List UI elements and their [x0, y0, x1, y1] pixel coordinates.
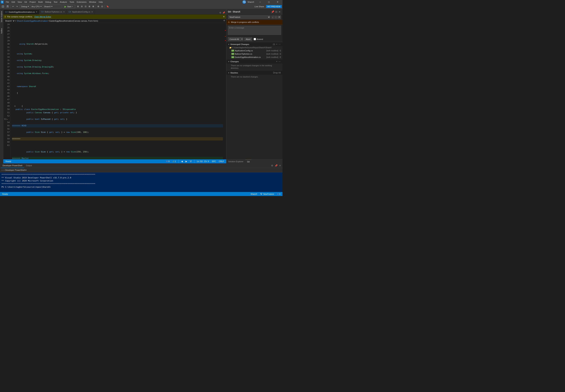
stashes-section-header[interactable]: ▼ Stashes Drop All: [226, 71, 282, 75]
project-breadcrumb[interactable]: ShareX: [4, 20, 15, 22]
toolbar-extra-7[interactable]: ⊡: [100, 4, 104, 9]
breadcrumb-add-btn[interactable]: [223, 19, 226, 22]
warning-close[interactable]: ✕: [223, 15, 225, 18]
toolbar-extra-5[interactable]: ⊠: [91, 4, 95, 9]
toolbar-extra-4[interactable]: ⊞: [88, 4, 91, 9]
menu-help[interactable]: Help: [98, 0, 104, 4]
menu-extensions[interactable]: Extensions: [76, 0, 88, 4]
footer-tab-solution-explorer[interactable]: Solution Explorer: [226, 159, 245, 164]
breadcrumb-file[interactable]: ShareX.EasterEggAboutAnimation: [17, 20, 48, 22]
git-close-btn[interactable]: ✕: [278, 10, 281, 14]
redo-btn[interactable]: ↪: [15, 4, 19, 9]
git-message-input[interactable]: [228, 26, 281, 35]
toolbar-extra-3[interactable]: ⊡: [84, 4, 87, 9]
nav-back[interactable]: ◀: [181, 160, 183, 163]
new-project-btn[interactable]: [1, 4, 5, 9]
ps-header-title[interactable]: + Developer PowerShell ▾: [3, 169, 27, 171]
toolbar-extra-1[interactable]: ⊞: [76, 4, 80, 9]
config-dropdown[interactable]: Debug ▾: [20, 4, 30, 9]
menu-window[interactable]: Window: [88, 0, 97, 4]
git-pin-btn[interactable]: 📌: [271, 10, 274, 14]
int-preview-btn[interactable]: INT PREVIEW: [266, 5, 282, 8]
save-btn[interactable]: [5, 4, 10, 9]
status-errors[interactable]: ✕ 9: [165, 160, 170, 163]
platform-dropdown[interactable]: Any CPU ▾: [30, 4, 42, 9]
tab-balloon-tip[interactable]: C# BalloonTipAction.cs ✕: [39, 9, 67, 14]
restore-btn[interactable]: ◻: [265, 0, 273, 4]
cursor-pos[interactable]: Ln: 53 Ch: 9: [196, 160, 210, 162]
bottom-panel-close-btn[interactable]: ✕: [278, 164, 282, 167]
file-balloon-tip[interactable]: C# BalloonTipAction.cs [both modified] C: [226, 52, 282, 56]
repo-path-item: 📁 C:\Users\tagherfa\Source\Repos\ShareX\…: [226, 46, 282, 49]
user-avatar[interactable]: TG: [242, 0, 246, 4]
abort-btn[interactable]: Abort: [244, 37, 252, 41]
tab-easter-egg[interactable]: C# EasterEggAboutAnimation.cs ✕: [3, 9, 39, 14]
git-fetch-btn[interactable]: ↓: [271, 15, 274, 19]
changes-section-header[interactable]: ▼ Changes + ⋯: [226, 59, 282, 64]
menu-git[interactable]: Git: [23, 0, 28, 4]
git-push-btn[interactable]: ↑: [274, 15, 277, 19]
live-share-area[interactable]: Live Share: [254, 5, 266, 8]
menu-project[interactable]: Project: [28, 0, 37, 4]
ps-content[interactable]: ****************************************…: [0, 172, 282, 192]
error-status[interactable]: ✕ 3: [276, 193, 281, 195]
svg-point-16: [261, 193, 262, 194]
nav-forward[interactable]: ▶: [185, 160, 188, 163]
stage-all-btn[interactable]: +: [276, 43, 278, 46]
tab-settings-btn[interactable]: ⚙: [219, 11, 222, 14]
sharex-status[interactable]: ShareX: [250, 193, 258, 195]
menu-file[interactable]: File: [5, 0, 10, 4]
footer-tab-git[interactable]: Git: [245, 159, 252, 164]
tab-app-config[interactable]: C# ApplicationConfig.cs ✕: [67, 9, 95, 14]
code-content[interactable]: using ShareX.HelpersLib; using System; u…: [11, 23, 224, 159]
bottom-panel-pin-btn[interactable]: 📌: [274, 164, 278, 167]
tab-close-2[interactable]: ✕: [63, 11, 65, 13]
commit-dropdown-btn[interactable]: ▾: [241, 37, 243, 41]
tab-pin-btn[interactable]: 📌: [222, 11, 226, 14]
tab-close-1[interactable]: ✕: [36, 11, 37, 13]
drop-all-btn[interactable]: Drop All: [273, 71, 281, 74]
tab-developer-powershell[interactable]: Developer PowerShell: [1, 163, 24, 168]
git-maximize-btn[interactable]: ⊟: [275, 10, 278, 14]
status-warnings[interactable]: ⚠ 1: [172, 160, 177, 163]
menu-edit[interactable]: Edit: [11, 0, 16, 4]
menu-tools[interactable]: Tools: [69, 0, 75, 4]
bookmark-btn[interactable]: 🔖: [105, 4, 110, 9]
unmerged-section-header[interactable]: ▼ Unmerged Changes (3) + ⋯: [226, 42, 282, 46]
project-dropdown[interactable]: ShareX ▾: [43, 4, 61, 9]
add-changes-btn[interactable]: +: [276, 60, 278, 63]
menu-debug[interactable]: Debug: [44, 0, 52, 4]
encoding[interactable]: SPC: [211, 160, 217, 162]
undo-btn[interactable]: ↩: [12, 4, 15, 9]
menu-build[interactable]: Build: [37, 0, 44, 4]
nav-branch[interactable]: [189, 160, 192, 162]
server-explorer-label[interactable]: Server Explorer: [0, 10, 3, 23]
toolbox-label[interactable]: Toolbox: [0, 27, 3, 35]
start-btn[interactable]: ▶ Start ▾: [63, 4, 75, 9]
status-ready[interactable]: Ready: [5, 160, 12, 162]
git-sync-btn[interactable]: ⟳: [278, 15, 281, 19]
menu-analyze[interactable]: Analyze: [59, 0, 68, 4]
tab-output[interactable]: Output: [24, 163, 34, 168]
menu-test[interactable]: Test: [53, 0, 58, 4]
newfeature-status[interactable]: NewFeature: [259, 193, 275, 195]
commit-all-btn[interactable]: Commit All: [228, 37, 241, 41]
tab-close-3[interactable]: ✕: [91, 11, 93, 13]
line-ending[interactable]: CRLF: [218, 160, 225, 162]
warning-count: 1: [175, 160, 176, 162]
amend-checkbox[interactable]: [254, 38, 256, 40]
breadcrumb-member[interactable]: EasterEggAboutAnimation(Canvas canvas, F…: [49, 20, 98, 22]
more-btn[interactable]: ⋯: [278, 43, 281, 46]
toolbar-extra-6[interactable]: ⊞: [97, 4, 100, 9]
close-btn[interactable]: ✕: [273, 0, 282, 4]
open-merge-editor-link[interactable]: Open Merge Editor: [34, 16, 51, 18]
branch-selector[interactable]: NewFeature: [228, 15, 270, 19]
menu-view[interactable]: View: [16, 0, 23, 4]
toolbar-extra-2[interactable]: ⊟: [80, 4, 84, 9]
bottom-ready[interactable]: Ready: [1, 193, 9, 195]
file-app-config[interactable]: C# ApplicationConfig.cs [both modified] …: [226, 49, 282, 52]
changes-more-btn[interactable]: ⋯: [278, 60, 281, 63]
minimize-btn[interactable]: ─: [256, 0, 264, 4]
file-easter-egg[interactable]: C# EasterEggAboutAnimation.cs [both modi…: [226, 56, 282, 59]
bottom-panel-settings-btn[interactable]: ⚙: [270, 164, 274, 167]
